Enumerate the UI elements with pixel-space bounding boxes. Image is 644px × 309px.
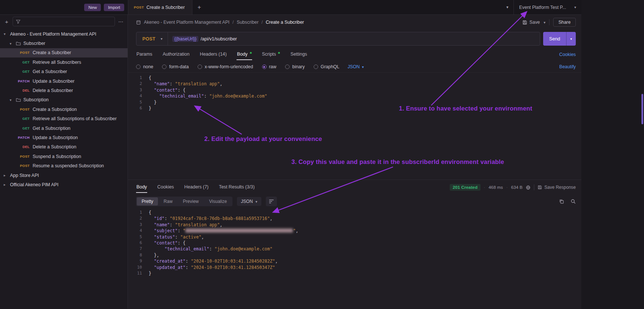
code-text: "subject": "", [147, 228, 298, 234]
view-tab-visualize[interactable]: Visualize [204, 197, 232, 206]
sidebar-item[interactable]: GETGet a Subscription [0, 124, 128, 133]
url-input[interactable]: {{baseUrl}} /api/v1/subscriber [168, 32, 241, 45]
add-icon[interactable]: + [4, 19, 9, 25]
view-tab-raw[interactable]: Raw [159, 197, 177, 206]
sidebar-item-label: Akeneo - Event Platform Management API [10, 32, 96, 37]
chevron-down-icon[interactable]: ▾ [10, 98, 16, 102]
sidebar-item[interactable]: GETRetrieve all Subscribers [0, 57, 128, 67]
view-tab-pretty[interactable]: Pretty [137, 197, 158, 206]
import-button[interactable]: Import [104, 4, 124, 11]
sidebar-item[interactable]: POSTSuspend a Subscription [0, 152, 128, 161]
response-language-label: JSON [241, 199, 253, 204]
body-type-form-data[interactable]: form-data [162, 64, 189, 69]
chevron-right-icon[interactable]: ▸ [4, 183, 10, 187]
sidebar-item[interactable]: DELDelete a Subscription [0, 142, 128, 152]
body-language-selector[interactable]: JSON ▾ [347, 64, 364, 69]
response-size: 634 B [511, 185, 522, 190]
body-type-row: noneform-datax-www-form-urlencodedrawbin… [136, 61, 576, 72]
sidebar-item-label: Retrieve all Subscriptions of a Subscrib… [33, 116, 117, 121]
tab-params[interactable]: Params [136, 49, 153, 60]
response-body-editor[interactable]: 1{2 "id": "01924caf-78c8-76db-b8ab-6881a… [128, 208, 581, 309]
response-tab-headers[interactable]: Headers (7) [184, 182, 209, 193]
code-text: "name": "translation app", [147, 81, 222, 87]
sidebar-item-label: Create a Subcriber [33, 50, 71, 55]
send-button[interactable]: Send [543, 32, 566, 46]
sidebar-item[interactable]: PATCHUpdate a Subscription [0, 133, 128, 142]
tab-body[interactable]: Body [237, 49, 252, 60]
sidebar-item[interactable]: ▸Official Akeneo PIM API [0, 180, 128, 189]
chevron-down-icon[interactable]: ▾ [501, 0, 514, 14]
body-type-label: none [143, 64, 153, 69]
sidebar-item[interactable]: POSTCreate a Subcriber [0, 48, 128, 57]
tab-settings[interactable]: Settings [290, 49, 307, 60]
request-row: POST ▾ {{baseUrl}} /api/v1/subscriber Se… [136, 32, 576, 46]
search-icon[interactable] [571, 199, 576, 204]
topbar-left: New Import [0, 0, 128, 14]
network-icon[interactable] [526, 185, 531, 190]
save-options-chevron-icon[interactable]: ▾ [544, 20, 545, 24]
line-number: 6 [128, 240, 147, 246]
code-line: 6} [128, 105, 581, 111]
sidebar-item[interactable]: ▸App Store API [0, 171, 128, 180]
save-response-button[interactable]: Save Response [538, 185, 576, 190]
environment-selector[interactable]: Event Platform Test P... ▾ [513, 0, 581, 14]
share-button[interactable]: Share [553, 18, 576, 27]
body-type-graphql[interactable]: GraphQL [314, 64, 340, 69]
response-tab-body[interactable]: Body [136, 182, 147, 193]
new-button[interactable]: New [84, 4, 101, 11]
cookies-link[interactable]: Cookies [559, 52, 576, 57]
body-type-raw[interactable]: raw [262, 64, 277, 69]
method-badge: POST [0, 164, 30, 168]
beautify-link[interactable]: Beautify [559, 64, 576, 69]
sidebar-item[interactable]: GETRetrieve all Subscriptions of a Subsc… [0, 114, 128, 124]
body-type-none[interactable]: none [136, 64, 153, 69]
sidebar-item[interactable]: ▾Akeneo - Event Platform Management API [0, 29, 128, 39]
line-number: 5 [128, 99, 147, 105]
chevron-down-icon[interactable]: ▾ [4, 32, 10, 36]
chevron-down-icon[interactable]: ▾ [10, 42, 16, 46]
code-line: 1{ [128, 75, 581, 81]
response-tabs: BodyCookiesHeaders (7)Test Results (3/3)… [136, 182, 576, 193]
new-tab-button[interactable]: + [192, 0, 206, 14]
topbar: New Import POST Create a Subcriber + ▾ E… [0, 0, 581, 15]
method-label: POST [142, 36, 155, 42]
sidebar-item[interactable]: POSTCreate a Subscription [0, 105, 128, 114]
wrap-lines-button[interactable] [266, 197, 277, 206]
response-tab-cookies[interactable]: Cookies [157, 182, 174, 193]
body-type-binary[interactable]: binary [285, 64, 305, 69]
chevron-right-icon[interactable]: ▸ [4, 173, 10, 177]
sidebar-item[interactable]: DELDelete a Subscriber [0, 86, 128, 95]
response-language-selector[interactable]: JSON ▾ [237, 197, 261, 206]
sidebar-search-input[interactable] [13, 17, 115, 26]
sidebar-item[interactable]: PATCHUpdate a Subscriber [0, 76, 128, 86]
code-text: { [147, 75, 151, 81]
open-request-tab[interactable]: POST Create a Subcriber [128, 0, 192, 14]
save-button[interactable]: Save [522, 20, 540, 25]
sidebar-item[interactable]: ▾Subscriber [0, 39, 128, 48]
scrollbar-thumb[interactable] [641, 94, 643, 124]
breadcrumb-folder[interactable]: Subscriber [237, 20, 258, 25]
tab-scripts[interactable]: Scripts [262, 49, 281, 60]
body-type-x-www-form-urlencoded[interactable]: x-www-form-urlencoded [198, 64, 253, 69]
view-tab-preview[interactable]: Preview [178, 197, 204, 206]
code-line: 1{ [128, 210, 581, 216]
body-row: + ⋯ ▾Akeneo - Event Platform Management … [0, 15, 581, 309]
tab-headers[interactable]: Headers (14) [199, 49, 227, 60]
save-response-label: Save Response [544, 185, 576, 190]
response-tab-test[interactable]: Test Results (3/3) [218, 182, 255, 193]
send-options-button[interactable]: ▾ [566, 32, 576, 46]
line-number: 2 [128, 81, 147, 87]
breadcrumb-current: Create a Subcriber [266, 20, 304, 25]
copy-icon[interactable] [559, 199, 564, 204]
method-selector[interactable]: POST ▾ [136, 32, 168, 45]
code-line: 8 }, [128, 252, 581, 258]
more-options-icon[interactable]: ⋯ [118, 19, 123, 24]
body-language-label: JSON [347, 64, 360, 69]
sidebar-item[interactable]: GETGet a Subscriber [0, 67, 128, 76]
sidebar-item[interactable]: POSTResume a suspended Subscription [0, 161, 128, 170]
chevron-down-icon: ▾ [574, 5, 576, 9]
breadcrumb-collection[interactable]: Akeneo - Event Platform Management API [144, 20, 229, 25]
sidebar-item[interactable]: ▾Subscription [0, 95, 128, 105]
request-body-editor[interactable]: 1{2 "name": "translation app",3 "contact… [128, 72, 581, 180]
tab-authorization[interactable]: Authorization [162, 49, 190, 60]
